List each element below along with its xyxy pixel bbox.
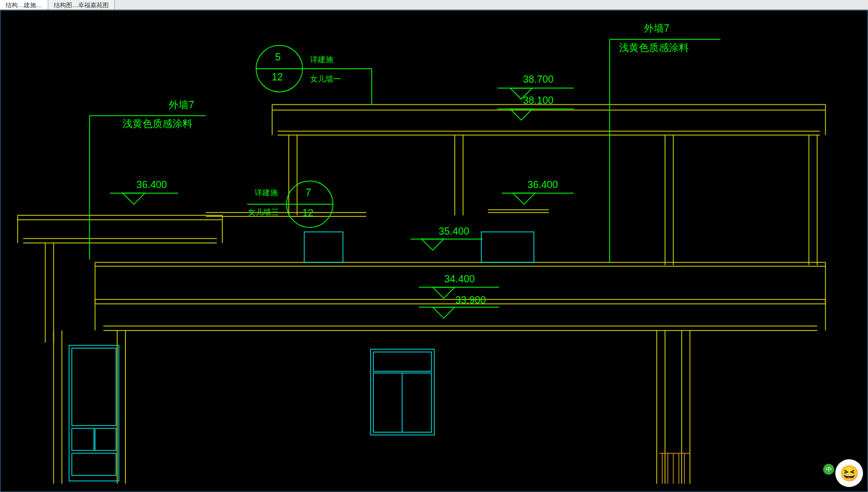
svg-marker-83	[433, 307, 455, 318]
svg-marker-75	[510, 109, 532, 120]
bubble1-top: 5	[275, 52, 281, 63]
tab-bar: 结构…建施… 结构图…幸福嘉苑图	[0, 0, 868, 10]
svg-rect-51	[481, 232, 534, 262]
label-wall7-left-title: 外墙7	[169, 98, 194, 111]
svg-rect-58	[373, 352, 432, 372]
svg-rect-54	[72, 428, 94, 450]
label-wall7-left-desc: 浅黄色质感涂料	[123, 117, 192, 130]
svg-rect-53	[72, 348, 116, 426]
emoji-overlay-icon: 😆	[835, 459, 863, 487]
svg-marker-79	[422, 239, 444, 250]
label-wall7-right-desc: 浅黄色质感涂料	[619, 41, 689, 54]
elev-33900: 33.900	[455, 295, 486, 306]
svg-rect-52	[69, 346, 119, 481]
elev-38100: 38.100	[523, 95, 554, 106]
bubble1-bottom: 12	[272, 72, 283, 83]
tab-1[interactable]: 结构…建施…	[0, 0, 48, 9]
label-wall7-right-title: 外墙7	[644, 22, 669, 35]
elev-38700: 38.700	[523, 74, 554, 85]
tab-2[interactable]: 结构图…幸福嘉苑图	[48, 0, 115, 9]
elev-35400: 35.400	[439, 226, 469, 237]
ime-badge[interactable]: 中	[823, 464, 834, 475]
bubble1-note1: 详建施	[310, 55, 333, 65]
cad-canvas[interactable]: 外墙7 浅黄色质感涂料 外墙7 浅黄色质感涂料 5 12 详建施 女儿墙一 7 …	[0, 10, 868, 492]
cad-drawing	[1, 11, 867, 491]
elev-36400-right: 36.400	[527, 179, 558, 191]
svg-rect-55	[95, 428, 116, 450]
svg-marker-81	[433, 287, 455, 298]
elev-34400: 34.400	[444, 273, 475, 285]
bubble2-bottom: 12	[302, 207, 313, 219]
bubble2-note2: 女儿墙三	[248, 207, 279, 217]
svg-marker-77	[513, 193, 535, 204]
bubble1-note2: 女儿墙一	[310, 74, 341, 84]
svg-rect-56	[72, 453, 116, 475]
svg-rect-50	[304, 232, 343, 262]
bubble2-top: 7	[306, 187, 311, 199]
bubble2-note1: 详建施	[255, 188, 278, 198]
elev-36400-left: 36.400	[136, 179, 167, 191]
svg-marker-71	[123, 193, 145, 204]
